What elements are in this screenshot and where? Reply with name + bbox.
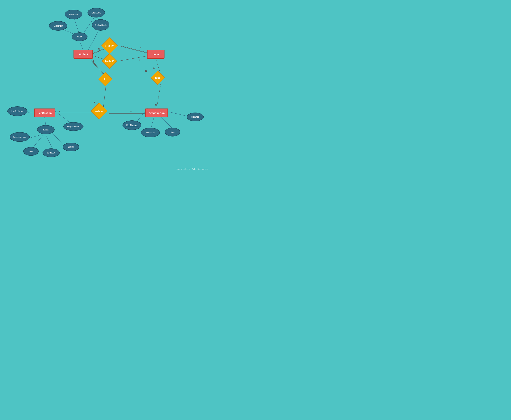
time-attr: time: [165, 128, 180, 136]
student-entity: Student: [74, 50, 93, 59]
dragexpweek-attr: DragExpWeek: [63, 122, 83, 131]
card-1-runs-team2: 1: [153, 67, 155, 69]
card-n-performs-gragexprun: N: [130, 110, 132, 113]
card-n-memberof-student: N: [98, 48, 100, 50]
runs-relationship: runs: [150, 71, 165, 85]
card-1-performs-labsection: 1: [59, 110, 60, 113]
memberof-relationship: MemberOf: [101, 38, 118, 54]
team-entity: team: [147, 50, 165, 59]
svg-line-10: [120, 56, 147, 61]
catalognumber-attr: CatalogNumber: [10, 132, 30, 142]
class-attr: Class: [37, 125, 55, 134]
svg-line-28: [161, 117, 173, 129]
svg-line-14: [157, 84, 161, 108]
lastname-attr: LastName: [88, 8, 105, 17]
name-attr: Name: [72, 32, 88, 41]
initposition-attr: InitPosition: [141, 128, 160, 137]
studentgrade-attr: StudentGrade: [92, 19, 109, 31]
distance-attr: distance: [187, 112, 204, 121]
card-m-memberof-team: M: [140, 46, 142, 49]
labsection-entity: LabSection: [34, 108, 55, 117]
svg-line-19: [45, 117, 46, 126]
labassistant-attr: LabAssistant: [7, 106, 28, 116]
semester-attr: semester: [43, 148, 60, 157]
leaderof-relationship: LeaderOf: [102, 53, 117, 69]
svg-line-4: [80, 41, 83, 50]
svg-line-27: [151, 117, 154, 129]
watermark: www.creately.com • Online Diagramming: [176, 168, 208, 170]
card-1-in-student: 1: [94, 101, 95, 104]
year-attr: year: [23, 147, 39, 156]
runnumber-attr: RunNumber: [122, 120, 141, 130]
svg-line-29: [168, 112, 188, 116]
svg-line-15: [103, 86, 106, 108]
svg-line-20: [28, 112, 34, 112]
studentid-attr: StudentID: [49, 21, 67, 31]
svg-line-7: [121, 46, 147, 52]
svg-line-21: [31, 135, 41, 138]
card-n-runs-gragexprun: N: [155, 104, 157, 106]
performs-relationship: performs: [91, 103, 108, 119]
gragexprun-entity: GragExpRun: [145, 108, 168, 117]
svg-line-8: [121, 46, 147, 53]
svg-line-22: [33, 135, 43, 148]
firstname-attr: FirstName: [65, 10, 82, 19]
svg-line-23: [46, 135, 53, 150]
card-n-runs-team: N: [145, 70, 147, 72]
card-1-leaderof-student: 1: [93, 60, 94, 62]
section-attr: section: [63, 143, 79, 151]
in-relationship: in: [98, 72, 113, 86]
card-1-leaderof-team: 1: [139, 59, 140, 62]
svg-line-24: [51, 132, 65, 145]
